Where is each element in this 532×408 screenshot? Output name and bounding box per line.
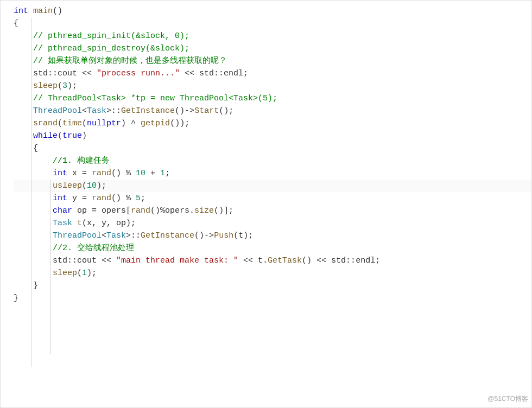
- indent-guide: [31, 17, 31, 367]
- code-line: {: [14, 17, 531, 30]
- code-line: srand(time(nullptr) ^ getpid());: [14, 117, 531, 130]
- code-line: ThreadPool<Task>::GetInstance()->Push(t)…: [14, 229, 531, 242]
- code-line: // ThreadPool<Task> *tp = new ThreadPool…: [14, 92, 531, 105]
- code-line: sleep(1);: [14, 267, 531, 279]
- code-line: int main(): [14, 5, 531, 17]
- code-line: }: [14, 292, 531, 304]
- code-line: std::cout << "process runn..." << std::e…: [14, 67, 531, 80]
- code-line: // pthread_spin_destroy(&slock);: [14, 42, 531, 55]
- indent-guide: [50, 180, 51, 354]
- code-line: //1. 构建任务: [14, 155, 531, 167]
- code-line: // 如果获取单例对象的时候，也是多线程获取的呢？: [14, 55, 531, 67]
- code-line: usleep(10);: [14, 180, 531, 192]
- code-line: while(true): [14, 130, 531, 142]
- code-line: ThreadPool<Task>::GetInstance()->Start()…: [14, 105, 531, 117]
- code-line: }: [14, 279, 531, 292]
- code-block: int main() { // pthread_spin_init(&slock…: [14, 5, 531, 304]
- code-line: Task t(x, y, op);: [14, 217, 531, 229]
- code-line: char op = opers[rand()%opers.size()];: [14, 205, 531, 217]
- code-line: // pthread_spin_init(&slock, 0);: [14, 30, 531, 42]
- code-line: int x = rand() % 10 + 1;: [14, 167, 531, 180]
- code-line: int y = rand() % 5;: [14, 192, 531, 205]
- code-line: //2. 交给线程池处理: [14, 242, 531, 254]
- watermark-label: @51CTO博客: [487, 393, 528, 405]
- code-line: {: [14, 142, 531, 155]
- code-line: sleep(3);: [14, 80, 531, 92]
- code-line: std::cout << "main thread make task: " <…: [14, 254, 531, 267]
